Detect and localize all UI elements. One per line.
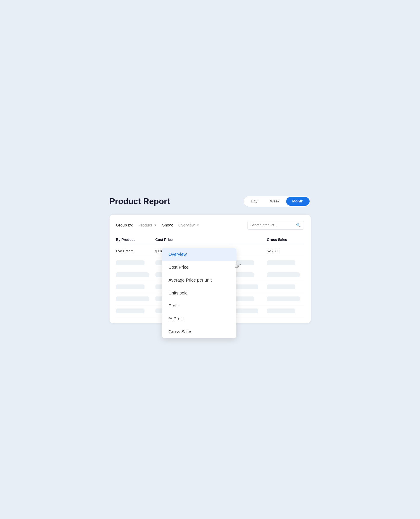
toolbar: Group by: Product ▼ Show: Overview ▼ 🔍 [116, 221, 304, 230]
page-title: Product Report [110, 197, 170, 206]
cell-gross-sales: $25,800 [267, 249, 304, 253]
table-header: By Product Cost Price Gross Sales [116, 236, 304, 244]
col-header-gross-sales: Gross Sales [267, 238, 304, 242]
col-header-cost-price: Cost Price [156, 238, 193, 242]
header: Product Report Day Week Month [110, 196, 311, 207]
skeleton-cell [116, 296, 149, 301]
period-week-button[interactable]: Week [264, 197, 285, 206]
table-area: By Product Cost Price Gross Sales Eye Cr… [116, 236, 304, 317]
skeleton-cell [267, 285, 295, 289]
skeleton-cell [116, 272, 149, 277]
show-dropdown-menu: Overview Cost Price Average Price per un… [162, 248, 236, 338]
main-card: Group by: Product ▼ Show: Overview ▼ 🔍 B… [110, 215, 311, 323]
search-icon: 🔍 [296, 223, 301, 228]
app-container: Product Report Day Week Month Group by: … [103, 187, 317, 332]
dropdown-item-gross-sales[interactable]: Gross Sales [162, 325, 236, 338]
skeleton-cell [267, 296, 300, 301]
group-by-chevron-icon: ▼ [154, 223, 157, 227]
col-header-col4 [230, 238, 267, 242]
skeleton-cell [267, 272, 300, 277]
period-day-button[interactable]: Day [245, 197, 263, 206]
dropdown-item-cost-price[interactable]: Cost Price [162, 261, 236, 274]
dropdown-item-avg-price[interactable]: Average Price per unit [162, 274, 236, 287]
skeleton-cell [267, 260, 295, 265]
cell-product-name: Eye Cream [116, 249, 156, 253]
skeleton-cell [116, 308, 144, 313]
period-month-button[interactable]: Month [286, 197, 310, 206]
show-chevron-icon: ▼ [196, 223, 200, 227]
search-input[interactable] [251, 223, 294, 227]
col-header-col3 [193, 238, 230, 242]
skeleton-cell [116, 285, 144, 289]
show-label: Show: [162, 223, 173, 228]
show-value: Overview [178, 223, 195, 228]
search-box: 🔍 [247, 221, 304, 230]
group-by-label: Group by: [116, 223, 133, 228]
group-by-value: Product [139, 223, 152, 228]
show-dropdown[interactable]: Overview ▼ [178, 223, 199, 228]
dropdown-item-units-sold[interactable]: Units sold [162, 287, 236, 300]
skeleton-cell [267, 308, 295, 313]
group-by-dropdown[interactable]: Product ▼ [139, 223, 157, 228]
period-toggle: Day Week Month [244, 196, 310, 207]
dropdown-item-overview[interactable]: Overview [162, 248, 236, 261]
skeleton-cell [116, 260, 144, 265]
col-header-product: By Product [116, 238, 156, 242]
dropdown-item-profit[interactable]: Profit [162, 300, 236, 312]
dropdown-item-pct-profit[interactable]: % Profit [162, 312, 236, 325]
